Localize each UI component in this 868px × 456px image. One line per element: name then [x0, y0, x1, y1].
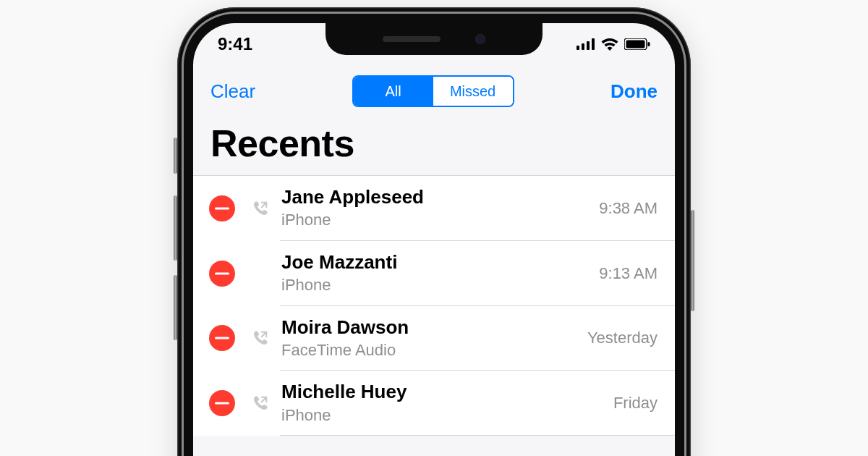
delete-button[interactable]	[209, 261, 235, 287]
svg-rect-5	[626, 41, 645, 48]
recents-list: Jane Appleseed iPhone 9:38 AM Joe Mazzan…	[193, 175, 675, 436]
contact-name: Joe Mazzanti	[281, 251, 590, 274]
list-item[interactable]: Michelle Huey iPhone Friday	[193, 371, 675, 436]
contact-name: Jane Appleseed	[281, 186, 590, 208]
screen: 9:41	[193, 23, 675, 456]
list-item[interactable]: Moira Dawson FaceTime Audio Yesterday	[193, 306, 675, 371]
tab-missed[interactable]: Missed	[433, 77, 513, 106]
cellular-icon	[576, 38, 595, 50]
power-button	[691, 210, 694, 311]
call-time: Friday	[605, 394, 658, 413]
notch	[326, 23, 542, 55]
filter-segmented-control: All Missed	[352, 75, 514, 107]
volume-down-button	[174, 275, 177, 340]
speaker-grille	[383, 36, 441, 42]
outgoing-call-icon	[250, 330, 271, 346]
contact-name: Moira Dawson	[281, 316, 579, 339]
delete-button[interactable]	[209, 325, 235, 351]
outgoing-call-icon	[250, 200, 271, 216]
iphone-frame: 9:41	[177, 7, 691, 456]
front-camera	[475, 34, 485, 44]
status-time: 9:41	[218, 34, 252, 54]
clear-button[interactable]: Clear	[210, 80, 255, 103]
svg-rect-0	[576, 46, 579, 50]
outgoing-call-icon	[250, 395, 271, 411]
contact-name: Michelle Huey	[281, 381, 605, 403]
tab-all[interactable]: All	[354, 77, 433, 106]
mute-switch	[174, 138, 177, 174]
list-item[interactable]: Jane Appleseed iPhone 9:38 AM	[193, 176, 675, 241]
delete-button[interactable]	[209, 390, 235, 416]
svg-rect-3	[592, 38, 595, 50]
call-time: 9:38 AM	[590, 199, 658, 218]
svg-rect-1	[582, 43, 584, 50]
call-source: iPhone	[281, 275, 590, 296]
svg-rect-2	[587, 41, 590, 50]
done-button[interactable]: Done	[610, 80, 658, 103]
list-item[interactable]: Joe Mazzanti iPhone 9:13 AM	[193, 241, 675, 306]
nav-bar: Clear All Missed Done	[193, 65, 675, 114]
volume-up-button	[174, 195, 177, 261]
battery-icon	[624, 38, 650, 50]
page-title: Recents	[193, 114, 675, 175]
call-source: iPhone	[281, 210, 590, 231]
delete-button[interactable]	[209, 195, 235, 221]
call-time: Yesterday	[579, 329, 658, 347]
call-source: FaceTime Audio	[281, 340, 579, 361]
svg-rect-6	[648, 42, 650, 46]
wifi-icon	[601, 38, 618, 51]
call-source: iPhone	[281, 405, 605, 426]
call-time: 9:13 AM	[590, 264, 658, 283]
